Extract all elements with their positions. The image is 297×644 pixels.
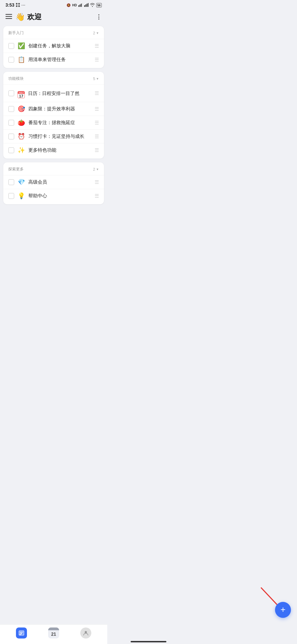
section-explore: 探索更多 2 ▼ 💎 高级会员 ☰ 💡 帮助中心 ☰ — [3, 162, 104, 204]
task-checkbox[interactable] — [8, 133, 14, 140]
task-detail-icon[interactable]: ☰ — [95, 106, 99, 112]
task-checkbox[interactable] — [8, 43, 14, 49]
task-item-calendar[interactable]: JULY 17 日历：日程安排一目了然 ☰ — [3, 84, 104, 102]
task-icon: 🍅 — [18, 120, 25, 126]
task-item[interactable]: 🍅 番茄专注：拯救拖延症 ☰ — [3, 116, 104, 129]
header: 👋 欢迎 ⋮ — [0, 9, 107, 26]
status-time: 3:53 — [6, 3, 14, 8]
task-label: 创建任务，解放大脑 — [28, 43, 91, 49]
section-count-beginner[interactable]: 2 ▼ — [93, 31, 99, 35]
signal-bars-icon — [78, 3, 83, 8]
task-detail-icon[interactable]: ☰ — [95, 90, 99, 96]
task-icon: 💡 — [18, 193, 25, 199]
signal-icon: HD — [72, 3, 77, 7]
section-title-features: 功能模块 — [8, 76, 24, 81]
task-checkbox[interactable] — [8, 147, 14, 153]
task-label: 高级会员 — [28, 179, 91, 185]
svg-rect-11 — [88, 3, 89, 7]
task-detail-icon[interactable]: ☰ — [95, 147, 99, 153]
section-count-explore[interactable]: 2 ▼ — [93, 167, 99, 171]
task-checkbox[interactable] — [8, 179, 14, 185]
task-item[interactable]: ✅ 创建任务，解放大脑 ☰ — [3, 39, 104, 53]
status-icons: 🔕 HD 56 — [67, 3, 102, 8]
task-icon: 💎 — [18, 179, 25, 185]
task-checkbox[interactable] — [8, 57, 14, 63]
chevron-down-icon: ▼ — [96, 168, 99, 171]
more-options-icon[interactable]: ⋮ — [96, 13, 102, 21]
svg-rect-13 — [6, 16, 12, 17]
section-beginner: 新手入门 2 ▼ ✅ 创建任务，解放大脑 ☰ 📋 用清单来管理任务 ☰ — [3, 26, 104, 68]
svg-rect-4 — [78, 5, 79, 7]
task-label: 番茄专注：拯救拖延症 — [28, 119, 91, 126]
task-detail-icon[interactable]: ☰ — [95, 193, 99, 199]
task-label: 更多特色功能 — [28, 147, 91, 153]
svg-rect-2 — [16, 5, 18, 7]
task-label: 帮助中心 — [28, 193, 91, 199]
task-detail-icon[interactable]: ☰ — [95, 133, 99, 140]
status-dots: ··· — [21, 3, 26, 7]
task-item[interactable]: 📋 用清单来管理任务 ☰ — [3, 53, 104, 66]
signal-bars2-icon — [84, 3, 89, 8]
svg-rect-0 — [16, 3, 18, 5]
menu-icon[interactable] — [6, 14, 12, 20]
task-checkbox[interactable] — [8, 120, 14, 126]
task-checkbox[interactable] — [8, 90, 14, 96]
task-icon: ⏰ — [18, 133, 25, 140]
task-item[interactable]: 💎 高级会员 ☰ — [3, 175, 104, 189]
task-icon: 📋 — [18, 57, 25, 63]
task-icon: 🎯 — [18, 106, 25, 112]
task-item[interactable]: 🎯 四象限：提升效率利器 ☰ — [3, 102, 104, 116]
calendar-task-icon: JULY 17 — [18, 88, 25, 98]
section-title-explore: 探索更多 — [8, 167, 24, 172]
svg-rect-12 — [6, 14, 12, 15]
section-title-beginner: 新手入门 — [8, 31, 24, 36]
task-label: 日历：日程安排一目了然 — [28, 90, 91, 97]
wave-emoji: 👋 — [15, 12, 25, 21]
svg-rect-6 — [81, 4, 82, 7]
section-header-explore: 探索更多 2 ▼ — [3, 167, 104, 175]
wifi-icon — [90, 3, 95, 8]
svg-rect-10 — [87, 4, 87, 7]
chevron-down-icon: ▼ — [96, 31, 99, 35]
task-label: 四象限：提升效率利器 — [28, 106, 91, 112]
task-item[interactable]: ⏰ 习惯打卡：见证坚持与成长 ☰ — [3, 129, 104, 143]
svg-rect-7 — [82, 3, 83, 7]
svg-rect-3 — [18, 5, 20, 7]
section-count-features[interactable]: 5 ▼ — [93, 77, 99, 81]
svg-rect-8 — [84, 5, 85, 7]
mute-icon: 🔕 — [67, 3, 71, 7]
task-checkbox[interactable] — [8, 193, 14, 199]
svg-rect-1 — [18, 3, 20, 5]
task-detail-icon[interactable]: ☰ — [95, 179, 99, 185]
task-item[interactable]: 💡 帮助中心 ☰ — [3, 189, 104, 203]
section-header-features: 功能模块 5 ▼ — [3, 76, 104, 84]
task-label: 用清单来管理任务 — [28, 56, 91, 63]
battery-icon: 56 — [96, 3, 102, 7]
grid-icon — [16, 3, 20, 8]
status-bar: 3:53 ··· 🔕 HD — [0, 0, 107, 9]
task-item[interactable]: ✨ 更多特色功能 ☰ — [3, 143, 104, 157]
svg-rect-9 — [85, 4, 86, 7]
section-header-beginner: 新手入门 2 ▼ — [3, 31, 104, 39]
task-detail-icon[interactable]: ☰ — [95, 120, 99, 126]
task-checkbox[interactable] — [8, 106, 14, 112]
task-detail-icon[interactable]: ☰ — [95, 43, 99, 49]
page-title: 欢迎 — [27, 12, 42, 22]
task-label: 习惯打卡：见证坚持与成长 — [28, 133, 91, 140]
chevron-down-icon: ▼ — [96, 77, 99, 80]
section-features: 功能模块 5 ▼ JULY 17 日历：日程安排一目了然 ☰ 🎯 四象限：提升效… — [3, 72, 104, 159]
svg-rect-14 — [6, 18, 12, 19]
task-icon: ✅ — [18, 43, 25, 49]
task-detail-icon[interactable]: ☰ — [95, 57, 99, 63]
task-icon: ✨ — [18, 147, 25, 153]
svg-rect-5 — [79, 4, 80, 7]
